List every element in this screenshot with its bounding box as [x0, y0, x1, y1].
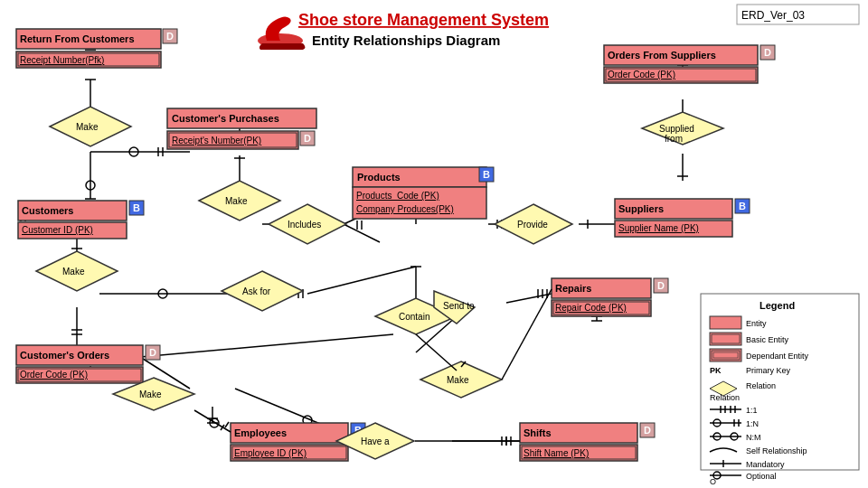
legend-entity: Entity: [746, 319, 767, 328]
customers-purchases-label: Customer's Purchases: [172, 113, 279, 124]
legend-1-n: 1:N: [746, 419, 759, 428]
legend-mandatory: Mandatory: [746, 460, 785, 469]
svg-text:B: B: [739, 201, 746, 211]
receipts-number-label: Receipt's Number(PK): [172, 136, 261, 145]
svg-rect-114: [710, 316, 741, 329]
svg-line-112: [416, 334, 457, 371]
legend-primary-key: Primary Key: [746, 366, 791, 375]
make2-label: Make: [225, 196, 248, 206]
shifts-label: Shifts: [524, 427, 552, 438]
svg-text:from: from: [665, 134, 683, 144]
repair-code-label: Repair Code (PK): [555, 303, 627, 313]
products-code-label: Products_Code (PK): [356, 191, 439, 201]
company-produces-label: Company Produces(PK): [356, 204, 454, 214]
legend-pk-label: PK: [710, 366, 722, 375]
legend-relation-label: Relation: [710, 393, 740, 402]
legend-title: Legend: [760, 300, 795, 311]
ask-for-label: Ask for: [242, 286, 271, 296]
erd-diagram: ERD_Ver_03 Shoe store Management System …: [0, 0, 868, 488]
shift-name-label: Shift Name (PK): [524, 448, 589, 458]
subtitle: Entity Relationships Diagram: [312, 33, 500, 48]
legend-1-1: 1:1: [746, 406, 758, 415]
supplied-from-label: Supplied: [659, 124, 694, 134]
products-label: Products: [357, 172, 401, 183]
version-label: ERD_Ver_03: [741, 9, 805, 22]
customers-orders-label: Customer's Orders: [20, 350, 109, 361]
includes-label: Includes: [288, 220, 321, 230]
svg-line-73: [140, 334, 393, 357]
have-a-label: Have a: [361, 436, 390, 446]
svg-text:B: B: [483, 169, 490, 180]
supplier-name-label: Supplier Name (PK): [618, 223, 699, 233]
customers-label: Customers: [22, 205, 73, 216]
legend-self-rel: Self Relationship: [746, 446, 807, 455]
make5-label: Make: [447, 375, 469, 385]
legend-n-m: N:M: [746, 433, 761, 442]
svg-text:D: D: [304, 133, 311, 144]
svg-line-105: [225, 422, 229, 427]
legend-relation: Relation: [746, 381, 776, 390]
svg-text:D: D: [657, 280, 665, 291]
svg-line-32: [307, 267, 416, 294]
return-from-customers-label: Return From Customers: [20, 33, 135, 44]
make1-label: Make: [76, 122, 99, 132]
legend-optional: Optional: [746, 472, 777, 481]
order-code-sup-label: Order Code (PK): [608, 70, 675, 80]
svg-text:D: D: [166, 31, 174, 42]
svg-text:D: D: [149, 347, 156, 358]
make4-label: Make: [139, 389, 162, 399]
suppliers-label: Suppliers: [618, 203, 664, 214]
orders-from-suppliers-label: Orders From Suppliers: [608, 50, 716, 61]
employee-id-label: Employee ID (PK): [234, 448, 307, 458]
svg-text:D: D: [644, 425, 651, 436]
repairs-label: Repairs: [555, 283, 591, 294]
employees-label: Employees: [234, 427, 287, 438]
customer-id-label: Customer ID (PK): [22, 225, 93, 235]
send-to-label: Send to: [443, 301, 475, 311]
svg-text:B: B: [133, 202, 140, 213]
legend-o-label: O: [710, 477, 716, 486]
provide-label: Provide: [517, 220, 548, 230]
legend-basic-entity: Basic Entity: [746, 335, 789, 344]
legend-dependant-entity: Dependant Entity: [746, 352, 809, 361]
svg-text:D: D: [764, 47, 771, 58]
make3-label: Make: [62, 267, 85, 277]
title: Shoe store Management System: [298, 11, 549, 29]
order-code-cust-label: Order Code (PK): [20, 370, 88, 380]
contain-label: Contain: [399, 312, 429, 322]
receipt-number-label: Receipt Number(Pfk): [20, 55, 104, 65]
